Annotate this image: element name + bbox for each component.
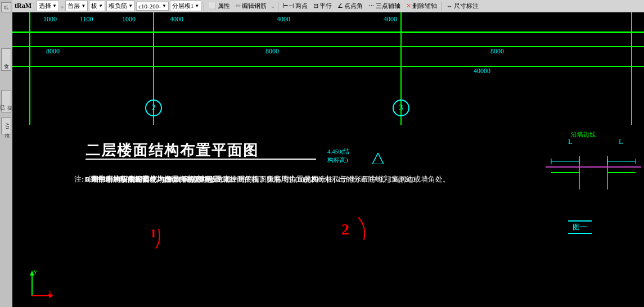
delete-aux-label: 删除辅轴 xyxy=(412,2,437,10)
circle-marker-2: 2 xyxy=(145,100,162,116)
dim-8000-1: 8000 xyxy=(46,47,60,56)
dim-label: 尺寸标注 xyxy=(454,2,479,10)
two-point-btn[interactable]: ⊢⊣ 两点 xyxy=(281,1,310,11)
dim-40000: 40000 xyxy=(474,67,490,75)
select-dropdown[interactable]: 选择 ▼ xyxy=(37,1,59,11)
red-annotation-1: 1 xyxy=(147,220,181,254)
edit-rebar-label: 编辑钢筋 xyxy=(242,2,267,10)
board-arrow: ▼ xyxy=(98,3,103,8)
dim-1000-2: 1000 xyxy=(122,15,136,24)
load-arrow: ▼ xyxy=(128,3,133,8)
dim-icon: ↔ xyxy=(447,3,453,10)
v-line-4 xyxy=(631,12,632,125)
layer-label: 分层板1 xyxy=(172,2,194,10)
dim-1000-1: 1000 xyxy=(43,15,57,24)
figure-label: 图一 xyxy=(568,220,592,234)
three-point-btn[interactable]: ⋯ 三点辅轴 xyxy=(366,1,403,11)
dim-4000-1: 4000 xyxy=(170,15,183,24)
board-dropdown[interactable]: 板 ▼ xyxy=(89,1,105,11)
floor-arrow: ▼ xyxy=(81,3,85,8)
load-dropdown[interactable]: 板负筋 ▼ xyxy=(106,1,135,11)
delete-aux-btn[interactable]: ✕ 删除辅轴 xyxy=(404,1,439,11)
floor-dropdown[interactable]: 首层 ▼ xyxy=(65,1,88,11)
dim-1100: 1100 xyxy=(80,15,93,24)
point-angle-label: 点点角 xyxy=(344,2,363,10)
dim-4000-2: 4000 xyxy=(277,15,290,24)
sidebar-btn-cad[interactable]: AD模 xyxy=(1,118,11,134)
point-angle-icon: ∠ xyxy=(337,2,343,10)
main-canvas: 1000 1100 1000 4000 4000 4000 8000 8000 … xyxy=(12,12,644,307)
circle-2-label: 2 xyxy=(152,103,156,112)
sidebar-btn-food[interactable]: 食 xyxy=(1,48,11,71)
dim-4000-3: 4000 xyxy=(384,15,397,24)
detail-area: 沿墙边线 L L 图一 xyxy=(546,130,641,243)
h-line-1 xyxy=(12,32,644,33)
sidebar-btn-yi[interactable]: 已提 xyxy=(1,90,11,112)
h-line-2 xyxy=(12,46,644,47)
elevation-triangle xyxy=(372,153,384,164)
svg-marker-0 xyxy=(372,153,384,164)
svg-text:Y: Y xyxy=(33,269,38,276)
select-label: 选择 xyxy=(39,2,51,10)
sep2 xyxy=(204,2,204,11)
sidebar-btn-1[interactable]: 纸 xyxy=(1,2,11,12)
detail-svg xyxy=(546,145,641,218)
spec-arrow: ▼ xyxy=(162,3,166,8)
board-label: 板 xyxy=(91,2,97,10)
layer-arrow: ▼ xyxy=(195,3,199,8)
three-point-icon: ⋯ xyxy=(368,2,375,10)
spec-dropdown[interactable]: c10-200- ▼ xyxy=(136,2,169,11)
title-underline xyxy=(85,159,316,160)
h-line-3 xyxy=(12,66,644,67)
v-line-1 xyxy=(29,12,30,125)
wall-edge-label: 沿墙边线 xyxy=(571,130,596,139)
load-label: 板负筋 xyxy=(109,2,127,10)
left-sidebar: 纸 食 已提 AD模 xyxy=(0,0,12,307)
parallel-btn[interactable]: ⊟ 平行 xyxy=(311,1,334,11)
top-toolbar: tRaM 选择 ▼ » 首层 ▼ 板 ▼ 板负筋 ▼ c10-200- ▼ 分层… xyxy=(12,0,644,12)
sep3 xyxy=(278,2,278,11)
parallel-label: 平行 xyxy=(319,2,332,10)
two-point-label: 两点 xyxy=(295,2,308,10)
dim-8000-3: 8000 xyxy=(490,47,504,56)
spec-label: c10-200- xyxy=(138,3,161,10)
floor-label: 首层 xyxy=(67,2,80,10)
two-point-icon: ⊢⊣ xyxy=(283,2,294,10)
prop-icon[interactable]: ⬜ 属性 xyxy=(206,1,232,11)
red-annotation-2: 2 xyxy=(339,215,378,249)
edit-rebar-btn[interactable]: ✏ 编辑钢筋 xyxy=(233,1,269,11)
circle-marker-3: 3 xyxy=(393,100,409,116)
parallel-icon: ⊟ xyxy=(313,2,318,10)
layer-dropdown[interactable]: 分层板1 ▼ xyxy=(170,1,201,11)
tram-label: tRaM xyxy=(15,2,31,10)
circle-3-label: 3 xyxy=(399,103,403,112)
delete-aux-icon: ✕ xyxy=(406,2,411,10)
xy-axis: Y X xyxy=(21,268,55,301)
sep1 xyxy=(34,2,34,11)
select-arrow: ▼ xyxy=(52,3,57,8)
point-angle-btn[interactable]: ∠ 点点角 xyxy=(335,1,365,11)
elevation-label: 4.450(结构标高) xyxy=(327,147,349,164)
svg-text:X: X xyxy=(48,289,52,296)
prop-label: 属性 xyxy=(218,2,230,10)
sep4 xyxy=(442,2,442,11)
svg-text:1: 1 xyxy=(150,226,156,240)
plan-title: 二层楼面结构布置平面图 xyxy=(85,141,259,160)
svg-text:2: 2 xyxy=(341,220,349,238)
dim-8000-2: 8000 xyxy=(265,47,279,56)
note-6: 6.局部小墙下未设梁处,均于墙下板底增设2C12。 xyxy=(85,173,240,186)
dim-btn[interactable]: ↔ 尺寸标注 xyxy=(444,1,481,11)
three-point-label: 三点辅轴 xyxy=(376,2,400,10)
